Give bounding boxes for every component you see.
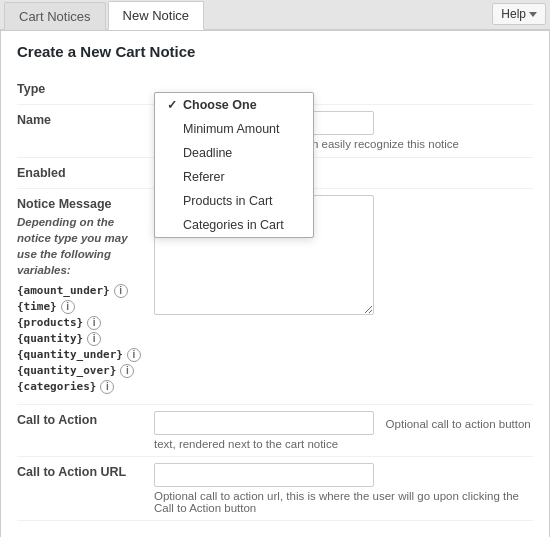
cta-url-label-text: Call to Action URL [17,465,126,479]
var-hint-icon: i [114,284,128,298]
option-label: Products in Cart [183,194,273,208]
var-name: {quantity_over} [17,364,116,377]
notice-message-label-cell: Notice Message Depending on the notice t… [17,188,154,404]
cta-url-row: Call to Action URL Optional call to acti… [17,456,533,520]
option-label: Categories in Cart [183,218,284,232]
var-categories: {categories} i [17,380,144,394]
var-products: {products} i [17,316,144,330]
cta-cell: Optional call to action button text, ren… [154,404,533,456]
tab-cart-notices[interactable]: Cart Notices [4,2,106,30]
page-title: Create a New Cart Notice [17,43,533,60]
var-quantity-over: {quantity_over} i [17,364,144,378]
dropdown-item-minimum-amount[interactable]: Minimum Amount [155,117,313,141]
var-hint-icon: i [120,364,134,378]
form-table: Type ✓ Choose One Minimum Amount [17,74,533,521]
var-name: {products} [17,316,83,329]
enabled-label: Enabled [17,157,154,188]
option-label: Referer [183,170,225,184]
var-hint-icon: i [127,348,141,362]
notice-message-desc: Depending on the notice type you may use… [17,214,144,278]
variable-list: {amount_under} i {time} i {products} i {… [17,284,144,394]
var-name: {categories} [17,380,96,393]
var-time: {time} i [17,300,144,314]
help-label: Help [501,7,526,21]
check-icon: ✓ [167,98,177,112]
var-quantity: {quantity} i [17,332,144,346]
cta-input[interactable] [154,411,374,435]
type-dropdown-menu: ✓ Choose One Minimum Amount Deadline [154,92,314,238]
var-amount-under: {amount_under} i [17,284,144,298]
cta-url-cell: Optional call to action url, this is whe… [154,456,533,520]
option-label: Deadline [183,146,232,160]
dropdown-item-choose-one[interactable]: ✓ Choose One [155,93,313,117]
var-name: {time} [17,300,57,313]
var-hint-icon: i [100,380,114,394]
dropdown-item-referer[interactable]: Referer [155,165,313,189]
cta-label: Call to Action [17,404,154,456]
type-row: Type ✓ Choose One Minimum Amount [17,74,533,105]
type-cell: ✓ Choose One Minimum Amount Deadline [154,74,533,105]
cta-row: Call to Action Optional call to action b… [17,404,533,456]
var-name: {quantity_under} [17,348,123,361]
option-label: Minimum Amount [183,122,280,136]
tab-bar: Cart Notices New Notice Help [0,0,550,30]
dropdown-item-deadline[interactable]: Deadline [155,141,313,165]
var-hint-icon: i [87,332,101,346]
tab-new-notice[interactable]: New Notice [108,1,204,30]
cta-url-input[interactable] [154,463,374,487]
type-label: Type [17,74,154,105]
var-quantity-under: {quantity_under} i [17,348,144,362]
var-hint-icon: i [61,300,75,314]
cta-url-hint: Optional call to action url, this is whe… [154,490,533,514]
chevron-down-icon [529,12,537,17]
dropdown-item-products-in-cart[interactable]: Products in Cart [155,189,313,213]
help-button[interactable]: Help [492,3,546,25]
var-hint-icon: i [87,316,101,330]
var-name: {quantity} [17,332,83,345]
cta-url-label: Call to Action URL [17,456,154,520]
main-content: Create a New Cart Notice Type ✓ Choose O… [0,30,550,537]
notice-message-title: Notice Message [17,197,144,211]
name-label: Name [17,105,154,158]
option-label: Choose One [183,98,257,112]
var-name: {amount_under} [17,284,110,297]
dropdown-item-categories-in-cart[interactable]: Categories in Cart [155,213,313,237]
